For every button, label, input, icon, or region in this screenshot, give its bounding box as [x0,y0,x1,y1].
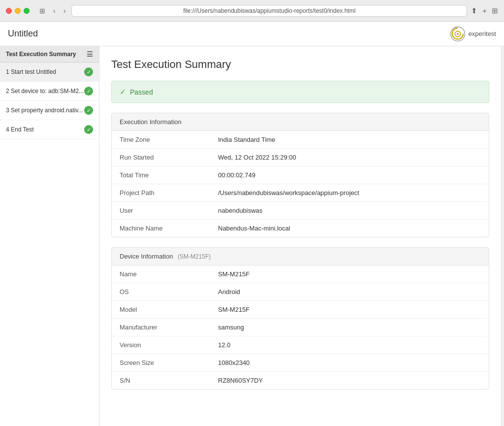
new-tab-icon[interactable]: + [482,6,487,15]
row-value: 00:00:02.749 [210,166,489,184]
row-label: Name [112,265,210,283]
app-title: Untitled [8,29,38,39]
sidebar-item-label: 2 Set device to: adb:SM-M2... [6,88,84,95]
sidebar-toggle-button[interactable]: ⊞ [37,6,47,16]
row-label: S/N [112,372,210,390]
passed-icon: ✓ [84,87,93,96]
close-button[interactable] [6,8,12,14]
row-value: SM-M215F [210,265,489,283]
sidebar-header-icon: ☰ [87,50,93,58]
table-row: Version 12.0 [112,336,489,354]
traffic-lights [6,8,30,14]
sidebar-header-label: Test Execution Summary [6,51,76,58]
row-label: Total Time [112,166,210,184]
sidebar-item-1[interactable]: 1 Start test Untitled ✓ [0,63,99,82]
execution-info-section: Execution Information Time Zone India St… [111,113,489,237]
minimize-button[interactable] [15,8,21,14]
row-label: Project Path [112,184,210,202]
row-value: 12.0 [210,336,489,354]
row-value: SM-M215F [210,301,489,319]
sidebar-item-3[interactable]: 3 Set property android.nativ... ✓ [0,101,99,120]
row-value: nabendubiswas [210,202,489,220]
table-row: Name SM-M215F [112,265,489,283]
passed-icon: ✓ [84,106,93,115]
sidebar-item-4[interactable]: 4 End Test ✓ [0,120,99,139]
right-edge [501,46,504,426]
sidebar-item-label: 3 Set property android.nativ... [6,107,84,114]
logo-text: experitest [469,30,496,37]
table-row: Manufacturer samsung [112,319,489,336]
table-row: Time Zone India Standard Time [112,131,489,149]
row-value: 1080x2340 [210,354,489,372]
share-icon[interactable]: ⬆ [471,6,477,15]
row-label: Screen Size [112,354,210,372]
row-value: /Users/nabendubiswas/workspace/appium-pr… [210,184,489,202]
table-row: S/N RZ8N60SY7DY [112,372,489,390]
table-row: Total Time 00:00:02.749 [112,166,489,184]
address-bar[interactable]: file:///Users/nabendubiswas/appiumstudio… [71,5,467,17]
sidebar-item-2[interactable]: 2 Set device to: adb:SM-M2... ✓ [0,82,99,101]
device-info-table: Name SM-M215F OS Android Model SM-M215F … [112,265,489,389]
row-label: Time Zone [112,131,210,149]
browser-right-icons: ⬆ + ⊞ [471,6,498,15]
row-value: India Standard Time [210,131,489,149]
device-info-section: Device Information (SM-M215F) Name SM-M2… [111,247,489,390]
table-row: Machine Name Nabendus-Mac-mini.local [112,220,489,237]
row-value: Android [210,283,489,301]
execution-info-table: Time Zone India Standard Time Run Starte… [112,131,489,237]
table-row: Project Path /Users/nabendubiswas/worksp… [112,184,489,202]
sidebar-item-label: 1 Start test Untitled [6,68,84,75]
maximize-button[interactable] [24,8,30,14]
passed-icon: ✓ [84,67,93,76]
forward-button[interactable]: › [62,6,68,16]
row-value: samsung [210,319,489,336]
passed-icon: ✓ [84,125,93,134]
table-row: OS Android [112,283,489,301]
content-area: Test Execution Summary ✓ Passed Executio… [99,46,501,426]
sidebar: Test Execution Summary ☰ 1 Start test Un… [0,46,99,426]
grid-icon[interactable]: ⊞ [492,6,498,15]
passed-banner: ✓ Passed [111,81,489,103]
table-row: User nabendubiswas [112,202,489,220]
passed-label: Passed [130,88,153,96]
row-value: RZ8N60SY7DY [210,372,489,390]
row-label: OS [112,283,210,301]
content-title: Test Execution Summary [111,58,489,71]
row-label: Model [112,301,210,319]
row-label: Manufacturer [112,319,210,336]
row-value: Nabendus-Mac-mini.local [210,220,489,237]
table-row: Run Started Wed, 12 Oct 2022 15:29:00 [112,149,489,166]
logo-area: experitest [450,26,496,42]
execution-info-header: Execution Information [112,113,489,131]
sidebar-item-label: 4 End Test [6,126,84,133]
back-button[interactable]: ‹ [51,6,58,16]
app-container: Untitled experitest Test Execution Summa… [0,22,504,426]
main-body: Test Execution Summary ☰ 1 Start test Un… [0,46,504,426]
sidebar-header: Test Execution Summary ☰ [0,46,99,63]
browser-chrome: ⊞ ‹ › file:///Users/nabendubiswas/appium… [0,0,504,22]
app-titlebar: Untitled experitest [0,22,504,46]
row-label: User [112,202,210,220]
logo-icon [450,26,466,42]
row-label: Run Started [112,149,210,166]
device-info-header: Device Information (SM-M215F) [112,248,489,265]
row-label: Version [112,336,210,354]
row-value: Wed, 12 Oct 2022 15:29:00 [210,149,489,166]
passed-check-icon: ✓ [120,87,126,97]
row-label: Machine Name [112,220,210,237]
table-row: Model SM-M215F [112,301,489,319]
table-row: Screen Size 1080x2340 [112,354,489,372]
svg-point-2 [457,33,459,35]
